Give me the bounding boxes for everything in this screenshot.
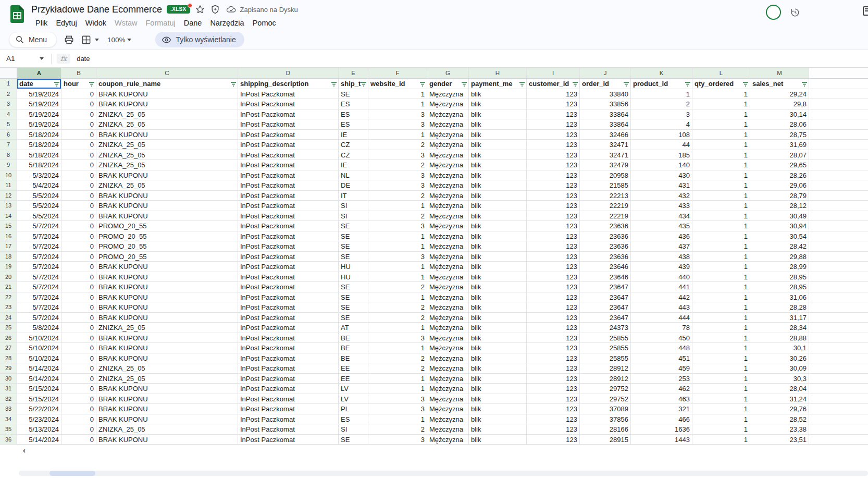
data-cell[interactable]: 23636	[580, 241, 631, 252]
column-header-F[interactable]: F	[368, 68, 427, 79]
data-cell[interactable]: DE	[339, 180, 368, 191]
data-cell[interactable]: 3	[368, 109, 427, 120]
row-number-2[interactable]: 2	[0, 89, 17, 100]
row-number-14[interactable]: 14	[0, 211, 17, 222]
data-cell[interactable]: 2	[368, 282, 427, 292]
column-header-C[interactable]: C	[96, 68, 238, 79]
data-cell[interactable]: blik	[469, 333, 527, 344]
field-header-payment_me[interactable]: payment_me	[469, 79, 527, 89]
data-cell[interactable]: SE	[339, 435, 368, 445]
filter-icon[interactable]	[801, 81, 808, 87]
data-cell[interactable]: 185	[631, 150, 692, 161]
data-cell[interactable]: blik	[469, 191, 527, 201]
data-cell[interactable]: BE	[339, 353, 368, 364]
select-all-corner[interactable]	[0, 68, 17, 79]
data-cell[interactable]: 1	[692, 313, 750, 323]
field-header-customer_id[interactable]: customer_id	[527, 79, 580, 89]
data-cell[interactable]: 28,95	[750, 272, 809, 283]
data-cell[interactable]: 23,38	[750, 424, 809, 435]
data-cell[interactable]: ES	[339, 109, 368, 120]
field-header-product_id[interactable]: product_id	[631, 79, 692, 89]
data-cell[interactable]: 1	[692, 435, 750, 445]
data-cell[interactable]: 28,88	[750, 333, 809, 344]
data-cell[interactable]: 0	[61, 374, 96, 384]
column-header-M[interactable]: M	[750, 68, 809, 79]
column-header-L[interactable]: L	[692, 68, 750, 79]
data-cell[interactable]: 0	[61, 363, 96, 374]
data-cell[interactable]: 108	[631, 130, 692, 140]
data-cell[interactable]: HU	[339, 262, 368, 272]
data-cell[interactable]: 123	[527, 119, 580, 130]
data-cell[interactable]: 0	[61, 231, 96, 242]
data-cell[interactable]: 32471	[580, 140, 631, 150]
data-cell[interactable]: 5/3/2024	[17, 170, 61, 181]
data-cell[interactable]: 123	[527, 170, 580, 181]
data-cell[interactable]: 31,69	[750, 140, 809, 150]
data-cell[interactable]: 3	[368, 180, 427, 191]
data-cell[interactable]: InPost Paczkomat	[238, 89, 339, 100]
data-cell[interactable]: 123	[527, 180, 580, 191]
approval-shield-icon[interactable]	[210, 4, 220, 15]
data-cell[interactable]: blik	[469, 414, 527, 425]
row-number-10[interactable]: 10	[0, 170, 17, 181]
data-cell[interactable]: Mężczyzna	[427, 119, 469, 130]
data-cell[interactable]: BRAK KUPONU	[96, 170, 238, 181]
data-cell[interactable]: 32471	[580, 150, 631, 161]
data-cell[interactable]: 123	[527, 302, 580, 313]
data-cell[interactable]: InPost Paczkomat	[238, 343, 339, 353]
data-cell[interactable]: Mężczyzna	[427, 150, 469, 161]
data-cell[interactable]: SE	[339, 292, 368, 303]
data-cell[interactable]: AT	[339, 323, 368, 333]
data-cell[interactable]: 33864	[580, 109, 631, 120]
field-header-date[interactable]: date	[17, 79, 61, 89]
data-cell[interactable]: 0	[61, 292, 96, 303]
data-cell[interactable]: InPost Paczkomat	[238, 150, 339, 161]
filter-icon[interactable]	[89, 81, 95, 87]
data-cell[interactable]: 23647	[580, 313, 631, 323]
data-cell[interactable]: 123	[527, 89, 580, 100]
data-cell[interactable]: blik	[469, 343, 527, 353]
data-cell[interactable]: blik	[469, 302, 527, 313]
data-cell[interactable]: blik	[469, 394, 527, 405]
data-cell[interactable]: 0	[61, 282, 96, 292]
filter-icon[interactable]	[519, 81, 525, 87]
data-cell[interactable]: 5/18/2024	[17, 140, 61, 150]
data-cell[interactable]: 1	[368, 201, 427, 211]
avatar[interactable]	[766, 5, 781, 20]
data-cell[interactable]: blik	[469, 262, 527, 272]
data-cell[interactable]: 22213	[580, 191, 631, 201]
data-cell[interactable]: BRAK KUPONU	[96, 191, 238, 201]
data-cell[interactable]: SI	[339, 201, 368, 211]
data-cell[interactable]: 1	[692, 150, 750, 161]
data-cell[interactable]: 5/7/2024	[17, 252, 61, 262]
data-cell[interactable]: blik	[469, 221, 527, 231]
data-cell[interactable]: blik	[469, 404, 527, 414]
data-cell[interactable]: Mężczyzna	[427, 272, 469, 283]
version-history-icon[interactable]	[790, 7, 800, 18]
data-cell[interactable]: 1	[368, 343, 427, 353]
data-cell[interactable]: 123	[527, 191, 580, 201]
data-cell[interactable]: 1	[692, 89, 750, 100]
data-cell[interactable]: 466	[631, 414, 692, 425]
data-cell[interactable]: BRAK KUPONU	[96, 262, 238, 272]
data-cell[interactable]: 30,14	[750, 109, 809, 120]
data-cell[interactable]: 29752	[580, 384, 631, 394]
data-cell[interactable]: 33864	[580, 119, 631, 130]
data-cell[interactable]: 28,06	[750, 119, 809, 130]
data-cell[interactable]: blik	[469, 323, 527, 333]
data-cell[interactable]: 32466	[580, 130, 631, 140]
data-cell[interactable]: PROMO_20_55	[96, 221, 238, 231]
data-cell[interactable]: 436	[631, 231, 692, 242]
data-cell[interactable]: BRAK KUPONU	[96, 89, 238, 100]
data-cell[interactable]: 3	[368, 252, 427, 262]
data-cell[interactable]: 30,94	[750, 221, 809, 231]
data-cell[interactable]: 28,52	[750, 414, 809, 425]
data-cell[interactable]: 437	[631, 241, 692, 252]
row-number-32[interactable]: 32	[0, 394, 17, 405]
data-cell[interactable]: Mężczyzna	[427, 89, 469, 100]
data-cell[interactable]: 23636	[580, 221, 631, 231]
data-cell[interactable]: InPost Paczkomat	[238, 333, 339, 344]
data-cell[interactable]: 432	[631, 191, 692, 201]
data-cell[interactable]: 5/13/2024	[17, 424, 61, 435]
data-cell[interactable]: 442	[631, 292, 692, 303]
